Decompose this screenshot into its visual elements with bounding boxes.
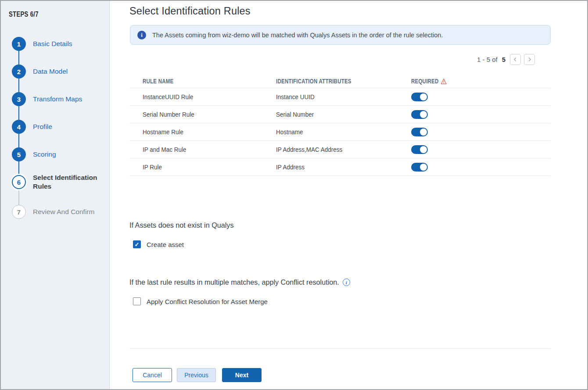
rule-name-cell: Hostname Rule — [143, 129, 267, 136]
column-header-required-label: REQUIRED — [411, 78, 439, 85]
step-label: Select Identification Rules — [33, 173, 103, 191]
step-number-badge: 7 — [12, 205, 26, 219]
step-label: Basic Details — [33, 39, 72, 48]
table-row: InstanceUUID Rule Instance UUID — [129, 88, 551, 106]
sidebar-step-profile[interactable]: 4 Profile — [12, 120, 52, 134]
pagination-total: 5 — [502, 56, 506, 63]
table-header-row: RULE NAME IDENTIFICATION ATTRIBUTES REQU… — [129, 75, 551, 88]
rule-name-cell: IP and Mac Rule — [143, 146, 267, 153]
info-banner: i The Assets coming from wiz-demo will b… — [130, 25, 551, 45]
column-header-required: REQUIRED — [411, 78, 526, 85]
apply-conflict-checkbox-row[interactable]: Apply Conflict Resolution for Asset Merg… — [133, 297, 268, 305]
table-row: IP Rule IP Address — [129, 158, 551, 176]
sidebar-step-select-identification-rules[interactable]: 6 Select Identification Rules — [12, 173, 103, 191]
rule-name-cell: IP Rule — [143, 164, 267, 171]
required-toggle[interactable] — [411, 163, 428, 172]
page-title: Select Identification Rules — [129, 5, 251, 17]
toggle-knob — [420, 129, 427, 136]
step-number-badge: 5 — [12, 147, 26, 161]
chevron-right-icon — [527, 57, 532, 62]
footer-divider — [129, 348, 551, 349]
apply-conflict-checkbox[interactable] — [133, 297, 141, 305]
steps-sidebar: STEPS 6/7 1 Basic Details 2 Data Model 3… — [1, 1, 110, 389]
table-row: Hostname Rule Hostname — [129, 123, 551, 141]
warning-triangle-icon — [441, 78, 447, 85]
column-header-identification-attributes: IDENTIFICATION ATTRIBUTES — [276, 78, 387, 85]
footer-buttons: Cancel Previous Next — [133, 368, 262, 382]
attributes-cell: Serial Number — [276, 111, 402, 118]
toggle-knob — [420, 111, 427, 118]
attributes-cell: Instance UUID — [276, 93, 402, 100]
main-content: Select Identification Rules i The Assets… — [110, 1, 587, 389]
attributes-cell: Hostname — [276, 129, 402, 136]
sidebar-step-data-model[interactable]: 2 Data Model — [12, 64, 68, 79]
conflict-resolution-heading: If the last rule results in multiple mat… — [129, 278, 350, 286]
required-toggle[interactable] — [411, 128, 428, 136]
pagination-range: 1 - 5 of — [477, 56, 498, 63]
step-number-badge: 3 — [12, 92, 26, 106]
info-icon: i — [137, 31, 146, 39]
check-icon: ✓ — [135, 241, 140, 248]
identification-rules-table: RULE NAME IDENTIFICATION ATTRIBUTES REQU… — [129, 75, 551, 176]
sidebar-step-transform-maps[interactable]: 3 Transform Maps — [12, 92, 82, 106]
create-asset-label: Create asset — [147, 241, 184, 248]
chevron-left-icon — [513, 57, 518, 62]
required-toggle[interactable] — [411, 110, 428, 119]
pagination-next-button[interactable] — [524, 54, 535, 65]
cancel-button[interactable]: Cancel — [133, 368, 172, 382]
attributes-cell: IP Address — [276, 164, 402, 171]
table-row: Serial Number Rule Serial Number — [129, 106, 551, 123]
step-number-badge: 6 — [12, 175, 26, 189]
step-label: Review And Confirm — [33, 208, 94, 216]
next-button[interactable]: Next — [222, 368, 262, 382]
info-banner-text: The Assets coming from wiz-demo will be … — [152, 32, 443, 39]
step-label: Profile — [33, 122, 52, 131]
step-label: Scoring — [33, 150, 56, 159]
required-toggle[interactable] — [411, 93, 428, 101]
toggle-knob — [420, 164, 427, 171]
pagination-prev-button[interactable] — [510, 54, 521, 65]
steps-header: STEPS 6/7 — [9, 11, 39, 18]
wizard-window: STEPS 6/7 1 Basic Details 2 Data Model 3… — [0, 0, 588, 390]
step-number-badge: 4 — [12, 120, 26, 134]
step-label: Data Model — [33, 67, 68, 76]
create-asset-checkbox-row[interactable]: ✓ Create asset — [133, 240, 184, 248]
sidebar-step-review-and-confirm[interactable]: 7 Review And Confirm — [12, 205, 94, 219]
pagination: 1 - 5 of 5 — [129, 54, 535, 65]
rule-name-cell: InstanceUUID Rule — [143, 93, 267, 100]
previous-button[interactable]: Previous — [177, 368, 216, 382]
create-asset-checkbox[interactable]: ✓ — [133, 240, 141, 248]
step-label: Transform Maps — [33, 95, 82, 104]
rule-name-cell: Serial Number Rule — [143, 111, 267, 118]
required-toggle[interactable] — [411, 145, 428, 154]
toggle-knob — [420, 146, 427, 153]
table-row: IP and Mac Rule IP Address,MAC Address — [129, 141, 551, 158]
sidebar-step-scoring[interactable]: 5 Scoring — [12, 147, 56, 161]
column-header-rule-name: RULE NAME — [143, 78, 252, 85]
conflict-resolution-heading-text: If the last rule results in multiple mat… — [129, 278, 339, 286]
step-number-badge: 1 — [12, 37, 26, 51]
step-number-badge: 2 — [12, 64, 26, 79]
conflict-info-icon[interactable]: i — [343, 279, 350, 286]
asset-missing-heading: If Assets does not exist in Qualys — [129, 221, 234, 229]
attributes-cell: IP Address,MAC Address — [276, 146, 402, 153]
apply-conflict-label: Apply Conflict Resolution for Asset Merg… — [147, 298, 268, 305]
sidebar-step-basic-details[interactable]: 1 Basic Details — [12, 37, 72, 51]
toggle-knob — [420, 93, 427, 100]
